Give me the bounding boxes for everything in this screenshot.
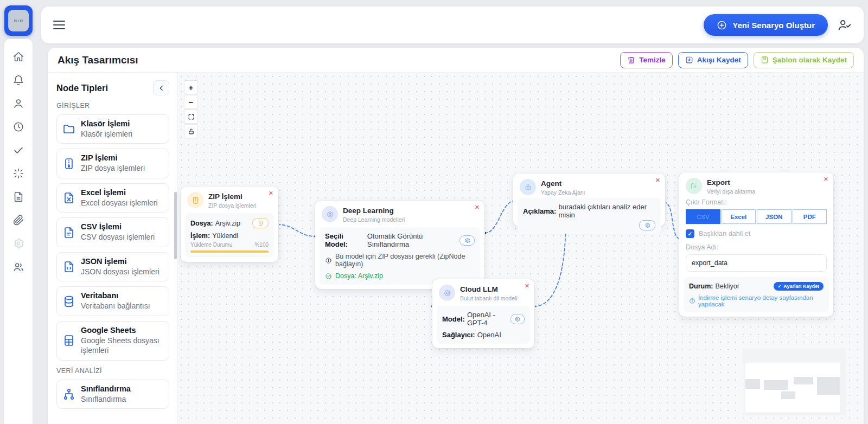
palette-item-classification[interactable]: SınıflandırmaSınıflandırma — [56, 380, 169, 409]
palette-item-database[interactable]: VeritabanıVeritabanı bağlantısı — [56, 286, 169, 316]
palette-item-title: Klasör İşlemi — [81, 119, 132, 128]
operation-label: İşlem: — [190, 232, 210, 240]
new-scenario-button[interactable]: Yeni Senaryo Oluştur — [704, 14, 828, 36]
user-check-icon[interactable] — [838, 18, 852, 32]
include-headers-checkbox[interactable]: Başlıkları dahil et — [686, 229, 827, 238]
model-settings-button[interactable] — [459, 235, 475, 246]
format-selector: CSV Excel JSON PDF — [686, 209, 827, 224]
minimap-node — [781, 391, 795, 399]
node-deep-learning[interactable]: Deep Learning Deep Learning modelleri Se… — [315, 201, 484, 289]
node-zip[interactable]: ZIP İşlemi ZIP dosya işlemleri Dosya:Arş… — [181, 187, 278, 262]
flow-designer-card: Akış Tasarımcısı Temizle Akışı Kaydet Şa… — [48, 48, 864, 424]
close-icon[interactable] — [824, 176, 828, 182]
user-icon[interactable] — [12, 98, 24, 110]
check-icon[interactable] — [12, 144, 24, 156]
notifications-icon[interactable] — [12, 74, 24, 86]
palette-item-subtitle: Klasör işlemleri — [81, 129, 132, 139]
node-title: Cloud LLM — [460, 285, 518, 293]
close-icon[interactable] — [525, 283, 529, 289]
close-icon[interactable] — [655, 177, 660, 183]
chevron-left-icon — [158, 85, 165, 92]
palette-item-folder[interactable]: Klasör İşlemiKlasör işlemleri — [56, 114, 169, 144]
palette-item-title: JSON İşlemi — [81, 257, 159, 266]
node-subtitle: Veriyi dışa aktarma — [707, 188, 755, 195]
node-subtitle: Deep Learning modelleri — [343, 216, 405, 223]
edge-zip-to-deeplearning — [278, 224, 316, 236]
model-value: Otomatik Görüntü Sınıflandırma — [367, 232, 459, 248]
node-subtitle: Yapay Zeka Ajanı — [541, 189, 585, 196]
fit-view-button[interactable] — [184, 110, 198, 124]
save-download-icon — [685, 56, 693, 64]
home-icon[interactable] — [12, 51, 24, 63]
minimap-node — [794, 377, 813, 384]
history-clock-icon[interactable] — [12, 121, 24, 133]
node-export[interactable]: Export Veriyi dışa aktarma Çıktı Formatı… — [679, 172, 833, 317]
settings-gear-icon[interactable] — [12, 237, 24, 249]
format-option-excel[interactable]: Excel — [722, 209, 756, 224]
node-title: Export — [707, 178, 755, 187]
minimap[interactable] — [743, 349, 846, 415]
paperclip-icon[interactable] — [12, 214, 24, 226]
node-agent[interactable]: Agent Yapay Zeka Ajanı Açıklama: buradak… — [513, 174, 665, 226]
status-value: Bekliyor — [715, 282, 739, 290]
palette-item-excel[interactable]: Excel İşlemiExcel dosyası işlemleri — [56, 183, 169, 213]
close-icon[interactable] — [475, 204, 480, 210]
plus-circle-icon — [717, 20, 727, 30]
export-node-icon — [686, 178, 702, 194]
provider-label: Sağlayıcı: — [442, 331, 475, 339]
save-template-button[interactable]: Şablon olarak Kaydet — [754, 52, 854, 68]
palette-item-sheets[interactable]: Google SheetsGoogle Sheets dosyası işlem… — [56, 321, 169, 361]
minimap-viewport — [745, 363, 840, 412]
flow-canvas[interactable]: + − — [177, 73, 864, 424]
progress-label: Yükleme Durumu — [190, 242, 232, 248]
page-title: Akış Tasarımcısı — [58, 54, 138, 66]
loader-icon[interactable] — [12, 168, 24, 179]
zoom-out-button[interactable]: − — [184, 95, 198, 109]
new-scenario-label: Yeni Senaryo Oluştur — [732, 21, 815, 30]
palette-item-csv[interactable]: CSV İşlemiCSV dosyası işlemleri — [56, 217, 169, 247]
palette-item-json[interactable]: JSON İşlemiJSON dosyası işlemleri — [56, 252, 169, 281]
palette-item-zip[interactable]: ZIP İşlemiZIP dosya işlemleri — [56, 149, 169, 178]
app-logo: 80 x 80 — [4, 5, 33, 36]
folder-icon — [62, 123, 75, 136]
gear-icon — [464, 237, 470, 243]
format-option-json[interactable]: JSON — [757, 209, 792, 224]
checkbox-checked-icon — [686, 229, 694, 238]
edge-cloudllm-to-agent — [534, 226, 566, 306]
palette-item-title: Sınıflandırma — [81, 384, 131, 393]
palette-item-subtitle: Sınıflandırma — [81, 394, 131, 404]
operation-value: Yüklendi — [212, 232, 238, 240]
agent-settings-button[interactable] — [639, 220, 655, 230]
excel-file-icon — [62, 191, 75, 204]
status-label: Durum: — [689, 282, 713, 290]
zoom-in-button[interactable]: + — [184, 80, 198, 94]
settings-saved-badge[interactable]: Ayarları Kaydet — [774, 282, 824, 291]
format-option-csv[interactable]: CSV — [686, 209, 720, 224]
close-icon[interactable] — [269, 190, 273, 196]
section-inputs-label: GİRİŞLER — [56, 102, 169, 110]
node-cloud-llm[interactable]: Cloud LLM Bulut tabanlı dil modeli Model… — [432, 279, 534, 348]
document-icon[interactable] — [12, 191, 24, 203]
panel-collapse-button[interactable] — [153, 80, 169, 95]
export-status-box: Durum: Bekliyor Ayarları Kaydet İndirme … — [684, 277, 829, 312]
file-value: Arşiv.zip — [215, 220, 240, 227]
save-flow-label: Akışı Kaydet — [697, 56, 741, 64]
users-group-icon[interactable] — [12, 261, 24, 273]
panel-title: Node Tipleri — [56, 83, 108, 93]
provider-value: OpenAI — [477, 331, 501, 339]
zip-config-button[interactable] — [252, 218, 269, 228]
format-option-pdf[interactable]: PDF — [793, 209, 827, 224]
filename-input[interactable] — [686, 254, 827, 272]
edge-agent-to-export — [664, 202, 681, 239]
palette-item-title: CSV İşlemi — [81, 222, 155, 231]
zip-node-icon — [187, 192, 203, 208]
json-file-icon — [62, 260, 75, 273]
lock-button[interactable] — [184, 124, 198, 138]
node-title: ZIP İşlemi — [208, 192, 257, 201]
clear-label: Temizle — [639, 56, 666, 64]
save-flow-button[interactable]: Akışı Kaydet — [678, 52, 748, 68]
clear-button[interactable]: Temizle — [620, 52, 673, 68]
include-headers-label: Başlıkları dahil et — [699, 230, 750, 237]
llm-settings-button[interactable] — [510, 314, 525, 324]
menu-hamburger-icon[interactable] — [53, 21, 65, 29]
